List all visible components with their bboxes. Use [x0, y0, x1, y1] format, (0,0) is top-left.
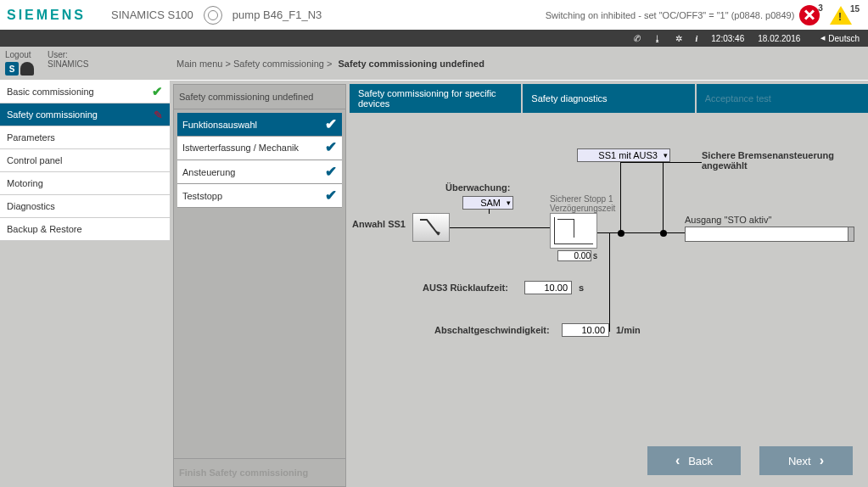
breadcrumb-c: Safety commissioning undefined [339, 59, 484, 69]
absch-value-input[interactable] [562, 323, 609, 337]
step-funktionsauswahl[interactable]: Funktionsauswahl✔ [177, 113, 342, 137]
wire [620, 162, 702, 163]
wire [609, 232, 610, 332]
step-box: Safety commissioning undefined Funktions… [173, 84, 346, 487]
nav-diagnostics[interactable]: Diagnostics [0, 195, 170, 218]
top-brand-bar: SIEMENS SINAMICS S100 pump B46_F1_N3 Swi… [0, 0, 868, 30]
chevron-left-icon: ‹ [675, 453, 680, 468]
s-icon[interactable]: S [5, 62, 19, 76]
brake-message: Sichere Bremsenansteuerung angewählt [702, 150, 868, 171]
breadcrumb-a[interactable]: Main menu [176, 59, 222, 69]
ss1-mode-select[interactable]: SS1 mit AUS3 [577, 148, 670, 162]
gear-icon[interactable]: ✲ [675, 34, 682, 43]
info-strip: ✆ ⭳ ✲ i 12:03:46 18.02.2016 Deutsch [0, 30, 868, 47]
step-ansteuerung[interactable]: Ansteuerung✔ [177, 160, 342, 184]
monitor-select[interactable]: SAM [462, 196, 513, 210]
chevron-right-icon: › [820, 453, 824, 468]
stepbox-title: Safety commissioning undefined [174, 85, 345, 109]
wire [663, 162, 664, 232]
logout-link[interactable]: Logout [5, 50, 34, 59]
user-label: User: [48, 50, 88, 59]
back-button[interactable]: ‹ Back [647, 446, 741, 475]
nav-safety-commissioning[interactable]: Safety commissioning✎ [0, 104, 170, 126]
brand-logo: SIEMENS [7, 8, 103, 23]
absch-label: Abschaltgeschwindigkeit: [434, 325, 550, 335]
nav-motoring[interactable]: Motoring [0, 172, 170, 195]
delay-unit: s [593, 251, 597, 260]
tab-specific-devices[interactable]: Safety commissioning for specific device… [350, 84, 521, 113]
left-nav: Basic commissioning✔ Safety commissionin… [0, 81, 170, 241]
aus3-value-input[interactable] [524, 281, 572, 294]
nav-parameters[interactable]: Parameters [0, 126, 170, 149]
step-istwerterfassung[interactable]: Istwerterfassung / Mechanik✔ [177, 137, 342, 160]
user-name: SINAMICS [48, 59, 88, 69]
device-icon [204, 6, 222, 25]
aus3-unit: s [579, 283, 584, 293]
ramp-down-icon [418, 216, 444, 238]
wire [620, 162, 621, 232]
output-label: Ausgang "STO aktiv" [685, 215, 771, 225]
finish-safety-commissioning[interactable]: Finish Safety commissioning [174, 458, 345, 486]
check-icon: ✔ [325, 140, 337, 156]
check-icon: ✔ [325, 163, 337, 181]
tab-acceptance-test[interactable]: Acceptance test [697, 84, 868, 113]
wire [489, 209, 490, 214]
clock-time: 12:03:46 [711, 34, 744, 43]
error-icon [799, 5, 820, 25]
user-box: Logout S User: SINAMICS [0, 47, 170, 81]
absch-unit: 1/min [616, 325, 641, 335]
next-button[interactable]: Next › [759, 446, 853, 475]
error-badge[interactable]: 3 [799, 5, 825, 25]
info-icon[interactable]: i [696, 34, 698, 43]
tab-safety-diagnostics[interactable]: Safety diagnostics [523, 84, 694, 113]
wire [450, 227, 550, 228]
error-count: 3 [818, 3, 823, 13]
delay-value-input[interactable] [557, 250, 591, 261]
nav-backup-restore[interactable]: Backup & Restore [0, 218, 170, 241]
warning-icon [830, 6, 852, 25]
wire [664, 232, 685, 233]
save-icon[interactable]: ⭳ [653, 34, 662, 43]
breadcrumb-b[interactable]: Safety commissioning [233, 59, 324, 69]
node-1 [618, 230, 624, 237]
breadcrumb: Main menu > Safety commissioning > Safet… [170, 47, 868, 81]
stop-title: Sicherer Stopp 1 Verzögerungszeit [550, 194, 626, 213]
device-name: pump B46_F1_N3 [232, 8, 322, 21]
person-icon[interactable] [20, 62, 34, 76]
monitor-label: Überwachung: [445, 182, 510, 193]
language-selector[interactable]: Deutsch [820, 34, 860, 43]
clock-date: 18.02.2016 [758, 34, 800, 43]
aus3-label: AUS3 Rücklaufzeit: [423, 283, 508, 293]
step-teststopp[interactable]: Teststopp✔ [177, 184, 342, 208]
phone-icon[interactable]: ✆ [633, 34, 640, 43]
check-icon: ✔ [152, 84, 163, 99]
status-message: Switching on inhibited - set "OC/OFF3" =… [546, 10, 795, 20]
product-line: SINAMICS S100 [103, 8, 193, 21]
anwahl-label: Anwahl SS1 [352, 219, 406, 229]
nav-basic-commissioning[interactable]: Basic commissioning✔ [0, 81, 170, 104]
warning-count: 15 [850, 4, 860, 14]
output-bar [685, 227, 854, 242]
check-icon: ✔ [325, 187, 337, 204]
back-label: Back [688, 455, 713, 467]
pencil-icon: ✎ [154, 109, 163, 121]
node-2 [660, 230, 667, 237]
nav-control-panel[interactable]: Control panel [0, 149, 170, 172]
ss1-icon-button[interactable] [412, 213, 450, 242]
delay-graph: s [550, 213, 597, 249]
next-label: Next [788, 455, 811, 467]
diagram-canvas: SS1 mit AUS3 Sichere Bremsenansteuerung … [350, 113, 868, 487]
check-icon: ✔ [325, 115, 337, 133]
tab-row: Safety commissioning for specific device… [350, 84, 868, 113]
warning-badge[interactable]: 15 [830, 6, 861, 25]
